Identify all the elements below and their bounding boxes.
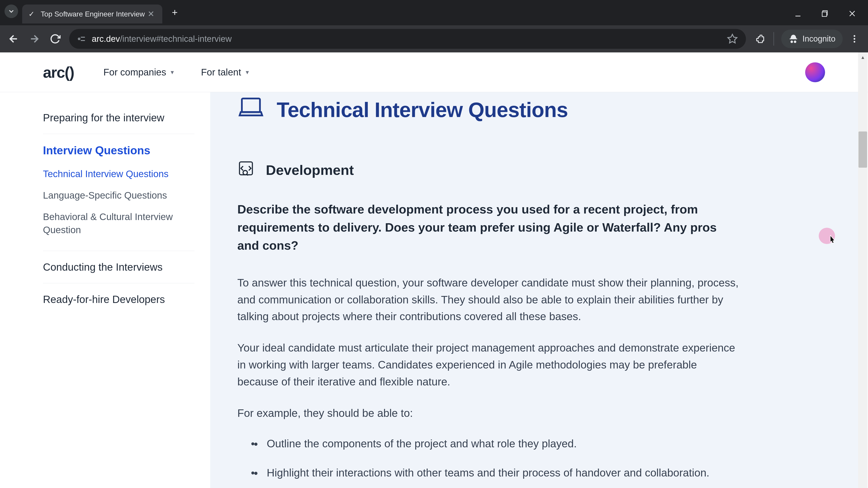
main-content: Technical Interview Questions Developmen…: [210, 92, 858, 488]
answer-paragraph: To answer this technical question, your …: [237, 274, 739, 325]
user-avatar[interactable]: [805, 62, 825, 82]
scrollbar-thumb[interactable]: [859, 131, 867, 168]
close-window-button[interactable]: [839, 4, 866, 23]
tab-title: Top Software Engineer Interview: [41, 10, 145, 18]
list-item: Outline the components of the project an…: [262, 435, 737, 452]
incognito-indicator[interactable]: Incognito: [781, 30, 843, 48]
nav-for-talent[interactable]: For talent ▾: [201, 67, 249, 78]
new-tab-button[interactable]: +: [167, 4, 183, 20]
sidebar-item-interview-questions[interactable]: Interview Questions: [43, 134, 194, 163]
browser-tab[interactable]: ✓ Top Software Engineer Interview ✕: [22, 4, 162, 24]
svg-rect-2: [822, 12, 827, 17]
extensions-button[interactable]: [751, 30, 769, 48]
page-viewport: arc() For companies ▾ For talent ▾ Prepa…: [0, 53, 868, 488]
window-controls: [784, 4, 868, 23]
interview-question: Describe the software development proces…: [237, 200, 730, 255]
back-button[interactable]: [4, 30, 23, 48]
answer-paragraph: Your ideal candidate must articulate the…: [237, 339, 739, 390]
list-item: Highlight their interactions with other …: [262, 464, 737, 482]
answer-paragraph: For example, they should be able to:: [237, 405, 739, 422]
section-title: Development: [237, 160, 822, 180]
svg-point-11: [854, 35, 855, 37]
sub-item-technical[interactable]: Technical Interview Questions: [43, 163, 194, 185]
page-title: Technical Interview Questions: [237, 92, 822, 126]
svg-rect-14: [242, 98, 260, 112]
svg-point-13: [854, 41, 855, 42]
site-header: arc() For companies ▾ For talent ▾: [0, 53, 868, 92]
toolbar-separator: [774, 32, 774, 46]
sidebar-item-preparing[interactable]: Preparing for the interview: [43, 102, 194, 134]
browser-menu-button[interactable]: [845, 30, 864, 48]
site-logo[interactable]: arc(): [43, 64, 74, 81]
browser-toolbar: arc.dev/interview#technical-interview In…: [0, 25, 868, 53]
reload-button[interactable]: [46, 30, 64, 48]
site-info-icon[interactable]: [76, 33, 87, 44]
svg-marker-10: [728, 34, 737, 43]
url-text: arc.dev/interview#technical-interview: [92, 34, 723, 44]
cursor-pointer-icon: [827, 234, 837, 248]
scrollbar-track[interactable]: [858, 53, 868, 488]
code-search-icon: [237, 160, 254, 180]
maximize-button[interactable]: [811, 4, 839, 23]
minimize-button[interactable]: [784, 4, 811, 23]
content-area: Preparing for the interview Interview Qu…: [0, 92, 868, 488]
nav-label: For talent: [201, 67, 241, 78]
section-title-text: Development: [266, 162, 354, 178]
nav-for-companies[interactable]: For companies ▾: [103, 67, 174, 78]
sidebar-subnav: Technical Interview Questions Language-S…: [43, 163, 194, 251]
incognito-label: Incognito: [802, 34, 835, 43]
chevron-down-icon: ▾: [246, 68, 249, 76]
page-title-text: Technical Interview Questions: [277, 98, 568, 122]
svg-point-7: [78, 38, 80, 39]
bullet-list: Outline the components of the project an…: [237, 435, 822, 488]
sub-item-behavioral[interactable]: Behavioral & Cultural Interview Question: [43, 206, 194, 241]
laptop-icon: [237, 94, 265, 126]
scroll-up-arrow-icon[interactable]: ▴: [859, 53, 867, 61]
tab-close-button[interactable]: ✕: [147, 9, 156, 19]
chevron-down-icon: ▾: [170, 68, 174, 76]
browser-titlebar: ✓ Top Software Engineer Interview ✕ +: [0, 0, 868, 25]
svg-point-12: [854, 38, 855, 39]
address-bar[interactable]: arc.dev/interview#technical-interview: [69, 29, 746, 49]
bookmark-icon[interactable]: [725, 32, 739, 46]
sidebar-item-ready[interactable]: Ready-for-hire Developers: [43, 283, 194, 315]
primary-nav: For companies ▾ For talent ▾: [103, 67, 249, 78]
forward-button[interactable]: [25, 30, 43, 48]
sidebar-nav: Preparing for the interview Interview Qu…: [43, 92, 210, 488]
nav-label: For companies: [103, 67, 166, 78]
sidebar-item-conducting[interactable]: Conducting the Interviews: [43, 251, 194, 283]
sub-item-language[interactable]: Language-Specific Questions: [43, 185, 194, 206]
tab-favicon-icon: ✓: [27, 9, 36, 19]
tab-search-button[interactable]: [4, 4, 18, 18]
